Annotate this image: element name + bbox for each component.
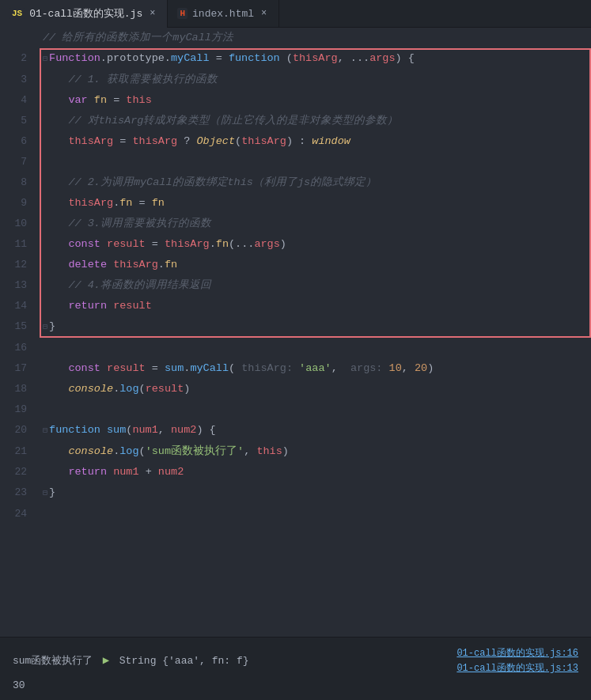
console-links-1: 01-call函数的实现.js:16 01-call函数的实现.js:13 bbox=[457, 646, 578, 675]
line-20: 20 ⊟function sum(num1, num2) { bbox=[0, 420, 591, 441]
line-7: 7 bbox=[0, 152, 591, 172]
console-link-2[interactable]: 01-call函数的实现.js:13 bbox=[457, 661, 578, 675]
console-object: String {'aaa', fn: f} bbox=[119, 655, 249, 667]
js-icon: JS bbox=[9, 8, 25, 19]
line-content-21: console.log('sum函数被执行了', this) bbox=[40, 441, 591, 462]
line-content-3: // 1. 获取需要被执行的函数 bbox=[40, 70, 591, 90]
editor-area: // 给所有的函数添加一个myCall方法 2 ⊟Function.protot… bbox=[0, 28, 591, 637]
line-num-15: 15 bbox=[0, 316, 40, 337]
console-prefix: sum函数被执行了 bbox=[13, 655, 93, 667]
line-content-14: return result bbox=[40, 296, 591, 316]
line-12: 12 delete thisArg.fn bbox=[0, 255, 591, 275]
line-num-6: 6 bbox=[0, 131, 40, 152]
line-10: 10 // 3.调用需要被执行的函数 bbox=[0, 214, 591, 234]
console-line-1: sum函数被执行了 ▶ String {'aaa', fn: f} 01-cal… bbox=[0, 644, 591, 677]
line-num-10: 10 bbox=[0, 214, 40, 234]
line-23: 23 ⊟} bbox=[0, 482, 591, 504]
line-content-17: const result = sum.myCall( thisArg: 'aaa… bbox=[40, 358, 591, 379]
line-2: 2 ⊟Function.prototype.myCall = function … bbox=[0, 48, 591, 70]
tab-bar: JS 01-call函数的实现.js × H index.html × bbox=[0, 0, 591, 28]
line-num-19: 19 bbox=[0, 399, 40, 420]
line-content-4: var fn = this bbox=[40, 90, 591, 111]
line-15: 15 ⊟} bbox=[0, 316, 591, 338]
line-content-11: const result = thisArg.fn(...args) bbox=[40, 234, 591, 255]
line-9: 9 thisArg.fn = fn bbox=[0, 193, 591, 214]
line-num-14: 14 bbox=[0, 296, 40, 316]
line-content-12: delete thisArg.fn bbox=[40, 255, 591, 275]
line-content-13: // 4.将函数的调用结果返回 bbox=[40, 275, 591, 296]
tab-html[interactable]: H index.html × bbox=[168, 0, 279, 28]
console-number-value: 30 bbox=[13, 679, 25, 691]
line-22: 22 return num1 + num2 bbox=[0, 462, 591, 482]
line-num-7: 7 bbox=[0, 152, 40, 172]
line-num-21: 21 bbox=[0, 441, 40, 462]
tab-js[interactable]: JS 01-call函数的实现.js × bbox=[0, 0, 168, 28]
line-num-20: 20 bbox=[0, 420, 40, 441]
code-area: // 给所有的函数添加一个myCall方法 2 ⊟Function.protot… bbox=[0, 28, 591, 524]
line-comment-top: // 给所有的函数添加一个myCall方法 bbox=[0, 28, 591, 48]
tab-html-label: index.html bbox=[192, 8, 254, 20]
line-content-18: console.log(result) bbox=[40, 379, 591, 399]
line-16: 16 bbox=[0, 338, 591, 358]
line-19: 19 bbox=[0, 399, 591, 420]
line-num-8: 8 bbox=[0, 172, 40, 193]
tab-js-label: 01-call函数的实现.js bbox=[29, 6, 142, 21]
line-4: 4 var fn = this bbox=[0, 90, 591, 111]
html-icon: H bbox=[177, 8, 188, 19]
line-num-11: 11 bbox=[0, 234, 40, 255]
line-num-4: 4 bbox=[0, 90, 40, 111]
line-14: 14 return result bbox=[0, 296, 591, 316]
line-num-2: 2 bbox=[0, 48, 40, 69]
line-content-15: ⊟} bbox=[40, 316, 591, 338]
console-output-1: sum函数被执行了 ▶ String {'aaa', fn: f} bbox=[13, 653, 248, 668]
line-num-22: 22 bbox=[0, 462, 40, 482]
console-arrow: ▶ bbox=[103, 654, 109, 667]
console-line-2: 30 bbox=[0, 677, 591, 694]
line-num-17: 17 bbox=[0, 358, 40, 379]
line-content-2: ⊟Function.prototype.myCall = function (t… bbox=[40, 48, 591, 70]
tab-html-close[interactable]: × bbox=[259, 7, 269, 20]
line-13: 13 // 4.将函数的调用结果返回 bbox=[0, 275, 591, 296]
console-panel: sum函数被执行了 ▶ String {'aaa', fn: f} 01-cal… bbox=[0, 637, 591, 700]
line-content-0: // 给所有的函数添加一个myCall方法 bbox=[40, 28, 591, 48]
line-num-16: 16 bbox=[0, 338, 40, 358]
line-num-5: 5 bbox=[0, 111, 40, 131]
line-5: 5 // 对thisArg转成对象类型（防止它传入的是非对象类型的参数） bbox=[0, 111, 591, 131]
line-18: 18 console.log(result) bbox=[0, 379, 591, 399]
line-num-3: 3 bbox=[0, 70, 40, 90]
line-24: 24 bbox=[0, 504, 591, 524]
line-content-9: thisArg.fn = fn bbox=[40, 193, 591, 214]
console-link-1[interactable]: 01-call函数的实现.js:16 bbox=[457, 646, 578, 660]
line-21: 21 console.log('sum函数被执行了', this) bbox=[0, 441, 591, 462]
line-17: 17 const result = sum.myCall( thisArg: '… bbox=[0, 358, 591, 379]
line-num-24: 24 bbox=[0, 504, 40, 524]
line-num-23: 23 bbox=[0, 482, 40, 503]
line-content-5: // 对thisArg转成对象类型（防止它传入的是非对象类型的参数） bbox=[40, 111, 591, 131]
line-num-9: 9 bbox=[0, 193, 40, 214]
line-content-10: // 3.调用需要被执行的函数 bbox=[40, 214, 591, 234]
line-6: 6 thisArg = thisArg ? Object(thisArg) : … bbox=[0, 131, 591, 152]
line-11: 11 const result = thisArg.fn(...args) bbox=[0, 234, 591, 255]
line-content-8: // 2.为调用myCall的函数绑定this（利用了js的隐式绑定） bbox=[40, 172, 591, 193]
line-num-18: 18 bbox=[0, 379, 40, 399]
line-content-6: thisArg = thisArg ? Object(thisArg) : wi… bbox=[40, 131, 591, 152]
line-num-13: 13 bbox=[0, 275, 40, 296]
line-content-22: return num1 + num2 bbox=[40, 462, 591, 482]
tab-js-close[interactable]: × bbox=[147, 7, 157, 20]
line-3: 3 // 1. 获取需要被执行的函数 bbox=[0, 70, 591, 90]
line-num-12: 12 bbox=[0, 255, 40, 275]
line-content-23: ⊟} bbox=[40, 482, 591, 504]
line-content-20: ⊟function sum(num1, num2) { bbox=[40, 420, 591, 441]
line-8: 8 // 2.为调用myCall的函数绑定this（利用了js的隐式绑定） bbox=[0, 172, 591, 193]
